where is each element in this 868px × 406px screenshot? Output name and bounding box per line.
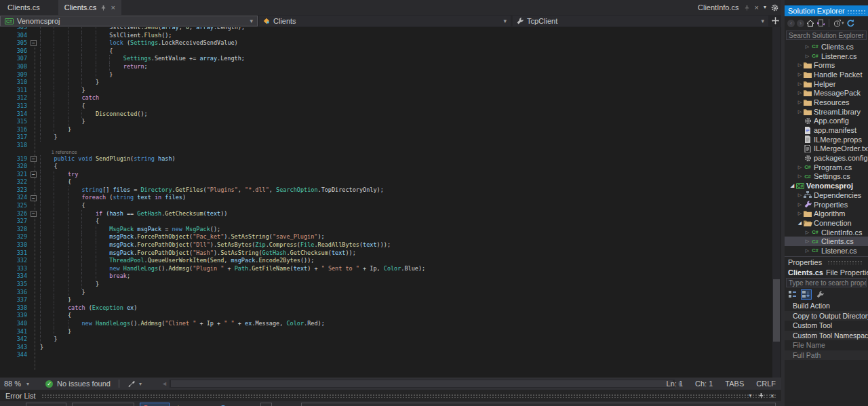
tree-item-app-manifest[interactable]: app.manifest <box>785 125 868 135</box>
pin-icon[interactable] <box>744 5 750 11</box>
line-ending-indicator[interactable]: CRLF <box>756 380 776 388</box>
tab-list-chevron-icon[interactable]: ▾ <box>764 5 766 10</box>
scroll-left-icon[interactable]: ◄ <box>161 380 167 387</box>
tree-item-handle-packet[interactable]: ▷Handle Packet <box>785 70 868 79</box>
properties-search-input[interactable]: Type here to search properties <box>786 278 867 287</box>
solution-explorer-search-input[interactable]: Search Solution Explorer (Ctrl+;) <box>786 31 867 40</box>
chevron-collapsed-icon[interactable]: ▷ <box>804 248 810 253</box>
tree-item-packages-config[interactable]: packages.config <box>785 153 868 163</box>
pin-icon[interactable] <box>758 392 764 399</box>
property-row-build-action[interactable]: Build Action <box>785 301 868 311</box>
tree-item-clients-cs[interactable]: ▷C#Clients.cs <box>785 42 868 52</box>
tree-item-settings-cs[interactable]: ▷C#Settings.cs <box>785 172 868 182</box>
tree-item-ilmerge-props[interactable]: ILMerge.props <box>785 135 868 144</box>
chevron-collapsed-icon[interactable]: ▷ <box>797 72 803 77</box>
chevron-collapsed-icon[interactable]: ▷ <box>797 90 803 96</box>
warnings-filter-button[interactable] <box>172 403 210 406</box>
type-dropdown[interactable]: Clients ▾ <box>259 16 511 26</box>
tree-item-clients-cs[interactable]: ▷C#Clients.cs <box>785 237 868 246</box>
codelens-references[interactable]: 1 reference <box>0 150 781 155</box>
chevron-collapsed-icon[interactable]: ▷ <box>804 239 810 244</box>
fold-collapse-box[interactable]: − <box>31 171 37 178</box>
property-row-custom-tool[interactable]: Custom Tool <box>785 321 868 331</box>
error-list-search-input[interactable] <box>301 403 776 406</box>
tree-item-ilmergeorder-txt[interactable]: ILMergeOrder.txt <box>785 144 868 154</box>
tree-item-listener-cs[interactable]: ▷C#Listener.cs <box>785 52 868 61</box>
fold-collapse-box[interactable]: − <box>31 195 37 201</box>
sync-with-active-document-icon[interactable] <box>816 19 825 27</box>
tree-item-streamlibrary[interactable]: ▷StreamLibrary <box>785 107 868 117</box>
tree-item-algorithm[interactable]: ▷Algorithm <box>785 209 868 218</box>
chevron-collapsed-icon[interactable]: ▷ <box>797 174 803 179</box>
pending-changes-filter-icon[interactable]: ▾ <box>833 20 844 27</box>
fold-collapse-box[interactable]: − <box>31 211 37 217</box>
tree-item-program-cs[interactable]: ▷C#Program.cs <box>785 163 868 172</box>
refresh-icon[interactable] <box>846 19 855 28</box>
fold-collapse-box[interactable]: − <box>31 40 37 46</box>
close-icon[interactable]: × <box>755 4 759 12</box>
home-icon[interactable] <box>806 20 814 27</box>
filter-dropdown[interactable] <box>72 403 134 406</box>
tree-item-venomcsproj[interactable]: ◢C#Venomcsproj <box>785 181 868 190</box>
back-icon[interactable]: ‹ <box>787 20 795 27</box>
horizontal-scrollbar[interactable] <box>170 380 675 388</box>
tree-item-dependencies[interactable]: ▷Dependencies <box>785 190 868 200</box>
zoom-control[interactable]: 88 % ▾ <box>0 380 33 388</box>
fold-collapse-box[interactable]: − <box>31 156 37 162</box>
tree-item-forms[interactable]: ▷Forms <box>785 60 868 70</box>
messages-filter-button[interactable] <box>217 403 255 406</box>
solution-filter-dropdown[interactable] <box>26 403 66 406</box>
member-dropdown[interactable]: TcpClient ▾ <box>513 16 768 26</box>
errors-filter-button[interactable] <box>140 403 170 406</box>
tree-item-resources[interactable]: ▷Resources <box>785 98 868 107</box>
chevron-expanded-icon[interactable]: ◢ <box>797 220 803 226</box>
column-indicator[interactable]: Ch: 1 <box>695 380 713 388</box>
intellisense-filter-button[interactable] <box>260 403 272 406</box>
property-row-full-path[interactable]: Full Path <box>785 350 868 361</box>
close-icon[interactable]: × <box>770 392 774 400</box>
categorize-icon[interactable] <box>787 289 798 300</box>
chevron-collapsed-icon[interactable]: ▷ <box>797 211 803 216</box>
chevron-collapsed-icon[interactable]: ▷ <box>804 44 810 49</box>
tab-clientinfo-cs[interactable]: ClientInfo.cs <box>698 3 739 12</box>
horizontal-scrollbar-thumb[interactable] <box>171 380 673 387</box>
indent-mode-indicator[interactable]: TABS <box>725 380 744 388</box>
pin-icon[interactable] <box>100 5 106 11</box>
property-row-file-name[interactable]: File Name <box>785 340 868 350</box>
line-indicator[interactable]: Ln: 1 <box>667 380 683 388</box>
chevron-collapsed-icon[interactable]: ▷ <box>797 192 803 198</box>
code-cleanup-button[interactable]: ▾ <box>127 380 142 388</box>
tree-item-properties[interactable]: ▷Properties <box>785 200 868 209</box>
tree-item-listener-cs[interactable]: ▷C#Listener.cs <box>785 246 868 256</box>
tree-item-helper[interactable]: ▷Helper <box>785 79 868 89</box>
close-icon[interactable]: × <box>111 4 115 12</box>
chevron-collapsed-icon[interactable]: ▷ <box>797 109 803 115</box>
error-list-header[interactable]: Error List ▾ × <box>0 390 781 401</box>
project-dropdown[interactable]: C# Venomcsproj ▾ <box>0 16 258 26</box>
chevron-collapsed-icon[interactable]: ▷ <box>797 165 803 170</box>
split-editor-button[interactable] <box>770 15 781 26</box>
tree-item-app-config[interactable]: App.config <box>785 117 868 126</box>
code-editor[interactable]: 303SslClient.Send(array, 0, array.Length… <box>0 27 781 378</box>
chevron-collapsed-icon[interactable]: ▷ <box>797 100 803 105</box>
properties-title-bar[interactable]: Properties <box>785 257 868 267</box>
tree-item-messagepack[interactable]: ▷MessagePack <box>785 88 868 98</box>
gear-icon[interactable] <box>771 4 778 12</box>
chevron-collapsed-icon[interactable]: ▷ <box>804 54 810 59</box>
tab-clients-cs-active[interactable]: Clients.cs × <box>58 0 121 15</box>
chevron-collapsed-icon[interactable]: ▷ <box>797 81 803 87</box>
chevron-collapsed-icon[interactable]: ▷ <box>797 62 803 68</box>
sort-alphabetical-icon[interactable] <box>801 289 812 300</box>
forward-icon[interactable]: › <box>797 20 804 27</box>
chevron-collapsed-icon[interactable]: ▷ <box>804 230 810 235</box>
tree-item-clientinfo-cs[interactable]: ▷C#ClientInfo.cs <box>785 228 868 237</box>
property-row-custom-tool-namespace[interactable]: Custom Tool Namespace <box>785 331 868 341</box>
issues-indicator[interactable]: ✓ No issues found <box>45 380 111 388</box>
property-pages-wrench-icon[interactable] <box>814 289 825 300</box>
chevron-down-icon[interactable]: ▾ <box>749 392 752 399</box>
chevron-expanded-icon[interactable]: ◢ <box>789 183 795 188</box>
property-row-copy-to-output-directory[interactable]: Copy to Output Directory <box>785 311 868 321</box>
tree-item-connection[interactable]: ◢Connection <box>785 218 868 228</box>
tab-clients-cs[interactable]: Clients.cs <box>1 0 46 15</box>
chevron-collapsed-icon[interactable]: ▷ <box>797 202 803 207</box>
